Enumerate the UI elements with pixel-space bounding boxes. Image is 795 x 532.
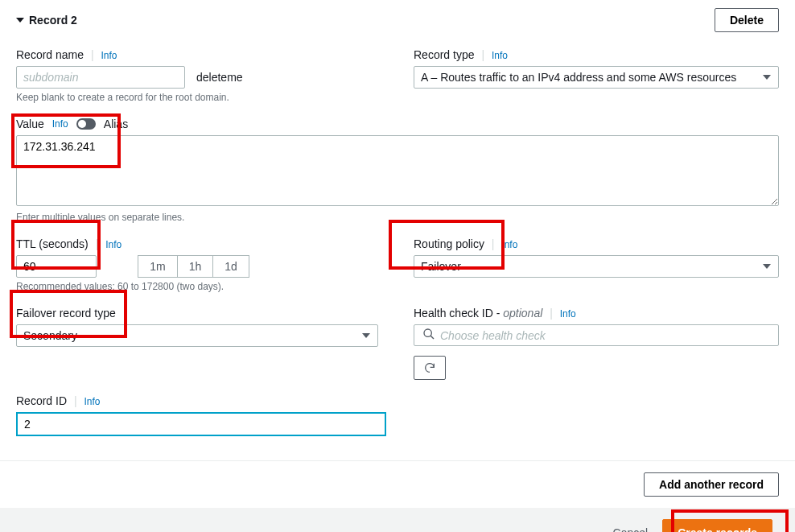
routing-policy-select[interactable]: Failover: [414, 255, 779, 278]
failover-type-field: Failover record type Secondary: [16, 307, 381, 380]
ttl-hint: Recommended values: 60 to 172800 (two da…: [16, 281, 381, 292]
info-link[interactable]: Info: [501, 239, 517, 250]
health-check-label: Health check ID -: [414, 307, 503, 320]
ttl-segments: 1m 1h 1d: [138, 255, 249, 278]
record-id-input[interactable]: [16, 412, 386, 436]
svg-point-0: [424, 329, 431, 336]
ttl-input[interactable]: [16, 255, 97, 278]
info-link[interactable]: Info: [492, 50, 508, 61]
record-type-field: Record type | Info A – Routes traffic to…: [414, 48, 779, 103]
add-another-button[interactable]: Add another record: [644, 472, 779, 497]
refresh-button[interactable]: [414, 356, 446, 380]
ttl-seg-1m[interactable]: 1m: [138, 255, 177, 278]
failover-type-select[interactable]: Secondary: [16, 324, 378, 347]
refresh-icon: [423, 361, 436, 374]
routing-policy-field: Routing policy | Info Failover: [414, 237, 779, 292]
value-field: Value Info Alias Enter multiple values o…: [16, 118, 779, 223]
value-label: Value: [16, 118, 44, 130]
record-id-label: Record ID: [16, 394, 67, 407]
ttl-field: TTL (seconds) | Info 1m 1h 1d Recommende…: [16, 237, 381, 292]
delete-button[interactable]: Delete: [715, 8, 779, 32]
info-link[interactable]: Info: [560, 308, 576, 320]
chevron-down-icon: [16, 18, 24, 23]
routing-policy-label: Routing policy: [414, 237, 484, 250]
value-hint: Enter multiple values on separate lines.: [16, 212, 779, 223]
record-id-field: Record ID | Info: [16, 394, 779, 436]
alias-toggle[interactable]: [76, 118, 96, 130]
create-records-button[interactable]: Create records: [662, 519, 772, 532]
alias-label: Alias: [104, 118, 128, 130]
record-type-select[interactable]: A – Routes traffic to an IPv4 address an…: [414, 66, 779, 89]
svg-line-1: [430, 336, 434, 339]
health-check-field: Health check ID - optional | Info: [414, 307, 779, 380]
section-toggle[interactable]: Record 2: [16, 14, 77, 27]
record-name-hint: Keep blank to create a record for the ro…: [16, 92, 381, 103]
ttl-label: TTL (seconds): [16, 237, 89, 250]
info-link[interactable]: Info: [84, 396, 100, 407]
health-check-select[interactable]: [414, 324, 779, 346]
ttl-seg-1h[interactable]: 1h: [178, 255, 214, 278]
info-link[interactable]: Info: [101, 50, 117, 61]
section-title: Record 2: [29, 14, 77, 27]
ttl-seg-1d[interactable]: 1d: [213, 255, 249, 278]
record-name-field: Record name | Info deleteme Keep blank t…: [16, 48, 381, 103]
cancel-button[interactable]: Cancel: [613, 526, 649, 532]
search-icon: [418, 328, 440, 343]
record-name-input[interactable]: [16, 66, 185, 89]
info-link[interactable]: Info: [52, 118, 68, 130]
info-link[interactable]: Info: [105, 239, 122, 250]
health-check-input[interactable]: [440, 329, 775, 342]
optional-text: optional: [503, 307, 542, 320]
record-type-label: Record type: [414, 48, 474, 61]
domain-suffix: deleteme: [196, 71, 243, 84]
record-name-label: Record name: [16, 48, 84, 61]
failover-type-label: Failover record type: [16, 307, 116, 320]
value-input[interactable]: [16, 135, 779, 206]
